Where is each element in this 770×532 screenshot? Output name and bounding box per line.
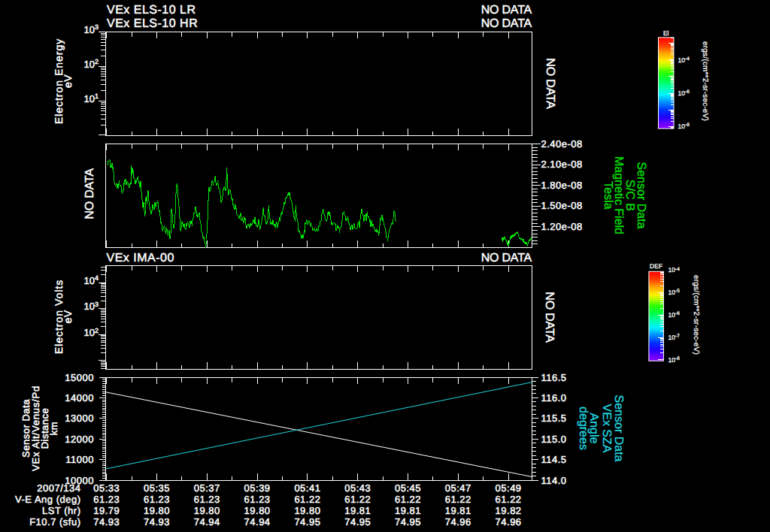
svg-text:2.10e-08: 2.10e-08: [541, 159, 583, 170]
svg-text:116.5: 116.5: [541, 372, 567, 383]
svg-text:61.22: 61.22: [496, 494, 522, 505]
svg-text:115.0: 115.0: [541, 434, 567, 445]
svg-text:74.96: 74.96: [496, 516, 522, 527]
svg-text:114.0: 114.0: [541, 475, 567, 486]
svg-text:19.81: 19.81: [445, 505, 471, 516]
svg-text:ergs/(cm**2-sr-sec-eV): ergs/(cm**2-sr-sec-eV): [692, 275, 700, 355]
svg-text:74.96: 74.96: [445, 516, 471, 527]
svg-text:eV: eV: [62, 310, 74, 323]
svg-text:74.93: 74.93: [144, 516, 170, 527]
svg-text:NO DATA: NO DATA: [544, 58, 556, 109]
svg-text:19.79: 19.79: [93, 505, 120, 516]
svg-text:61.22: 61.22: [294, 494, 320, 505]
svg-text:1.80e-08: 1.80e-08: [541, 180, 583, 191]
svg-text:NO DATA: NO DATA: [481, 4, 532, 17]
svg-text:eV: eV: [62, 74, 74, 88]
svg-text:05:35: 05:35: [144, 482, 170, 494]
svg-text:61.23: 61.23: [93, 494, 120, 505]
svg-text:61.22: 61.22: [395, 494, 421, 505]
svg-text:LST (hr): LST (hr): [42, 505, 80, 516]
svg-text:VEx ELS-10 HR: VEx ELS-10 HR: [107, 17, 198, 30]
svg-text:11000: 11000: [65, 454, 94, 465]
svg-text:VEx IMA-00: VEx IMA-00: [107, 252, 174, 264]
svg-text:74.94: 74.94: [244, 516, 271, 527]
svg-text:61.22: 61.22: [445, 494, 471, 505]
svg-text:19.80: 19.80: [144, 505, 170, 516]
svg-text:Tesla: Tesla: [602, 181, 614, 209]
svg-text:05:43: 05:43: [344, 482, 371, 494]
svg-text:2007/134: 2007/134: [37, 482, 80, 494]
svg-text:NO DATA: NO DATA: [481, 252, 532, 264]
svg-text:05:45: 05:45: [395, 482, 421, 494]
svg-text:05:37: 05:37: [194, 482, 220, 494]
svg-text:ergs/(cm**2-sr-sec-eV): ergs/(cm**2-sr-sec-eV): [701, 41, 709, 121]
svg-text:05:33: 05:33: [93, 482, 120, 494]
svg-text:NO DATA: NO DATA: [481, 17, 532, 30]
svg-text:14000: 14000: [65, 392, 94, 404]
svg-text:05:49: 05:49: [496, 482, 522, 494]
svg-text:NO DATA: NO DATA: [83, 168, 96, 219]
svg-text:114.5: 114.5: [541, 454, 567, 465]
svg-text:NO DATA: NO DATA: [543, 292, 556, 343]
svg-text:74.93: 74.93: [93, 516, 120, 527]
svg-text:115.5: 115.5: [541, 413, 567, 424]
svg-text:74.95: 74.95: [294, 516, 320, 527]
svg-text:Sensor Data: Sensor Data: [612, 395, 625, 462]
svg-text:19.81: 19.81: [344, 505, 371, 516]
svg-text:15000: 15000: [65, 372, 94, 383]
svg-text:degrees: degrees: [577, 407, 590, 450]
svg-text:V-E Ang (deg): V-E Ang (deg): [15, 494, 80, 505]
svg-text:F10.7 (sfu): F10.7 (sfu): [29, 516, 80, 527]
svg-text:74.95: 74.95: [344, 516, 371, 527]
svg-text:VEx ELS-10 LR: VEx ELS-10 LR: [107, 4, 196, 17]
svg-text:61.22: 61.22: [344, 494, 371, 505]
svg-text:19.80: 19.80: [294, 505, 320, 516]
svg-text:km: km: [48, 422, 59, 435]
svg-text:116.0: 116.0: [541, 392, 567, 404]
svg-text:El: El: [663, 29, 669, 37]
svg-text:61.23: 61.23: [194, 494, 220, 505]
svg-text:13000: 13000: [65, 413, 94, 424]
svg-text:19.80: 19.80: [194, 505, 220, 516]
svg-text:61.23: 61.23: [244, 494, 271, 505]
svg-text:1.20e-08: 1.20e-08: [541, 221, 583, 232]
svg-text:74.94: 74.94: [194, 516, 220, 527]
svg-text:19.82: 19.82: [496, 505, 522, 516]
svg-text:DEF: DEF: [650, 262, 662, 270]
svg-text:05:41: 05:41: [294, 482, 320, 494]
svg-text:61.23: 61.23: [144, 494, 170, 505]
svg-text:19.80: 19.80: [244, 505, 271, 516]
svg-text:74.95: 74.95: [395, 516, 421, 527]
svg-text:12000: 12000: [65, 434, 94, 445]
svg-text:05:39: 05:39: [244, 482, 271, 494]
svg-text:05:47: 05:47: [445, 482, 471, 494]
svg-text:19.81: 19.81: [395, 505, 421, 516]
svg-text:2.40e-08: 2.40e-08: [541, 138, 583, 150]
svg-text:VEx SZA: VEx SZA: [600, 404, 613, 453]
svg-text:1.50e-08: 1.50e-08: [541, 200, 583, 211]
